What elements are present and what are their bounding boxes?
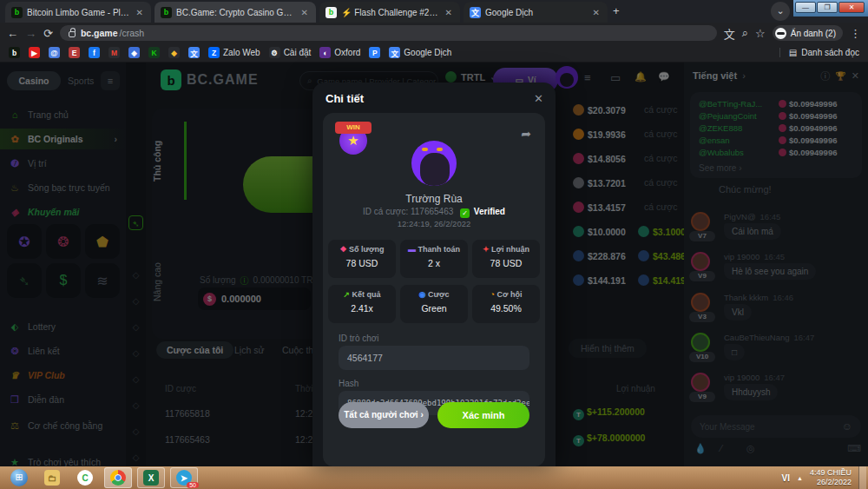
system-tray: VI ▲ 4:49 CHIỀU 26/2/2022: [782, 466, 868, 489]
tray-expand-icon[interactable]: ▲: [797, 475, 803, 481]
hash-label: Hash: [339, 379, 358, 388]
translate-icon: 文: [389, 47, 400, 58]
bookmark-item[interactable]: K: [148, 47, 160, 58]
taskbar: ⊞ 🗀 C X ➤50 VI ▲ 4:49 CHIỀU 26/2/2022: [0, 466, 868, 489]
chance-icon: ◔: [490, 290, 495, 299]
tab-limbo[interactable]: b Bitcoin Limbo Game - Play Limbo ✕: [5, 2, 151, 23]
windows-start-icon: ⊞: [10, 469, 28, 486]
verify-button[interactable]: Xác minh: [437, 402, 529, 428]
taskbar-excel[interactable]: X: [137, 467, 165, 488]
coccoc-icon: C: [77, 470, 93, 486]
bookmark-item[interactable]: ◈: [128, 47, 140, 58]
taskbar-chrome[interactable]: [104, 467, 132, 488]
bookmark-item-oxford[interactable]: ◐Oxford: [319, 47, 360, 58]
incognito-badge[interactable]: Ẩn danh (2): [773, 25, 843, 41]
clock-date: 26/2/2022: [810, 478, 852, 487]
bookmark-item-google-dich[interactable]: 文Google Dịch: [389, 47, 451, 58]
bookmark-label: Google Dịch: [404, 48, 451, 57]
bookmark-item[interactable]: M: [108, 47, 120, 58]
incognito-label: Ẩn danh (2): [791, 29, 836, 38]
tab-title: Bitcoin Limbo Game - Play Limbo: [27, 8, 130, 17]
bookmark-item[interactable]: b: [9, 47, 20, 58]
clock-time: 4:49 CHIỀU: [810, 468, 852, 478]
bookmark-icon: M: [108, 47, 120, 58]
bookmark-label: Cài đặt: [284, 48, 312, 57]
win-ribbon: WIN: [335, 122, 372, 134]
bookmark-item[interactable]: ▶: [29, 47, 40, 58]
url-input[interactable]: bc.game/crash: [60, 25, 717, 41]
address-bar: ← → ⟳ bc.game/crash 文 ⌕ ☆ Ẩn danh (2) ⋮: [0, 23, 868, 43]
bookmark-icon: K: [148, 47, 160, 58]
zalo-icon: Z: [208, 47, 220, 58]
game-id-field[interactable]: 4564177: [339, 346, 529, 370]
reading-list-icon: ▤: [789, 48, 797, 57]
start-button[interactable]: ⊞: [5, 467, 33, 488]
tab-favicon: b: [11, 7, 23, 18]
taskbar-clock[interactable]: 4:49 CHIỀU 26/2/2022: [810, 468, 852, 487]
bookmark-label: Zalo Web: [223, 48, 260, 57]
new-tab-button[interactable]: +: [613, 4, 620, 17]
bookmark-star-icon[interactable]: ☆: [755, 27, 766, 40]
stat-amount: ❖ Số lượng 78 USD: [328, 240, 396, 278]
bookmarks-bar: b ▶ @ E f M ◈ K ◆ 文 ZZalo Web ⚙Cài đặt ◐…: [0, 43, 868, 63]
translate-icon[interactable]: 文: [724, 25, 735, 42]
menu-dots-icon[interactable]: ⋮: [850, 27, 861, 40]
tab-favicon: 文: [470, 7, 481, 18]
reload-icon[interactable]: ⟳: [43, 27, 53, 40]
share-icon[interactable]: ➦: [521, 127, 531, 141]
bookmark-item-settings[interactable]: ⚙Cài đặt: [269, 47, 312, 58]
bookmark-item[interactable]: E: [69, 47, 80, 58]
show-desktop-button[interactable]: [858, 466, 866, 489]
bet-id-value: 117665463: [411, 207, 453, 216]
url-path: /crash: [120, 28, 145, 38]
bookmark-icon: ◈: [128, 47, 140, 58]
bookmark-icon: E: [69, 47, 80, 58]
modal-close-icon[interactable]: ✕: [534, 92, 543, 105]
bookmark-item[interactable]: ◆: [168, 47, 180, 58]
tab-favicon: b: [326, 7, 337, 18]
taskbar-explorer[interactable]: 🗀: [38, 467, 66, 488]
game-id-label: ID trò chơi: [339, 334, 379, 343]
forward-icon[interactable]: →: [25, 27, 36, 40]
tab-flash-challenge[interactable]: b ⚡ Flash Challenge #2 ⚡ - Flash Ch ✕: [319, 2, 460, 23]
stat-bet: ◉ Cược Green: [400, 285, 468, 323]
bookmark-item-zalo[interactable]: ZZalo Web: [208, 47, 260, 58]
verified-label: Verified: [474, 207, 505, 216]
bookmark-icon: ▶: [29, 47, 40, 58]
maximize-button[interactable]: ❐: [817, 2, 838, 13]
tab-close-icon[interactable]: ✕: [591, 8, 602, 17]
oxford-icon: ◐: [319, 47, 331, 58]
taskbar-coccoc[interactable]: C: [71, 467, 99, 488]
excel-icon: X: [143, 470, 159, 486]
close-window-button[interactable]: ✕: [838, 2, 865, 13]
player-name: Trường Rùa: [323, 193, 545, 205]
tab-google-dich[interactable]: 文 Google Dịch ✕: [464, 2, 608, 23]
back-icon[interactable]: ←: [7, 27, 18, 40]
payout-icon: ▬: [408, 245, 416, 254]
bookmark-item[interactable]: @: [49, 47, 60, 58]
reading-list-button[interactable]: ▤Danh sách đọc: [779, 48, 859, 57]
tab-close-icon[interactable]: ✕: [299, 8, 310, 17]
result-icon: ↗: [343, 290, 350, 299]
language-indicator[interactable]: VI: [782, 473, 790, 483]
player-avatar[interactable]: [411, 141, 457, 186]
minimize-button[interactable]: —: [795, 2, 816, 13]
zoom-icon[interactable]: ⌕: [742, 26, 748, 40]
bet-timestamp: 12:24:19, 26/2/2022: [323, 219, 545, 228]
taskbar-telegram[interactable]: ➤50: [170, 467, 198, 488]
bookmark-item[interactable]: f: [89, 47, 100, 58]
tab-close-icon[interactable]: ✕: [135, 8, 145, 17]
tab-title: ⚡ Flash Challenge #2 ⚡ - Flash Ch: [341, 8, 439, 17]
tab-close-icon[interactable]: ✕: [444, 8, 454, 17]
modal-title: Chi tiết: [326, 92, 364, 105]
stat-result: ↗ Kết quả 2.41x: [328, 285, 396, 323]
bookmark-icon: 文: [188, 47, 200, 58]
bookmark-item[interactable]: 文: [188, 47, 200, 58]
bet-id-row: ID cá cược: 117665463 ✓ Verified: [323, 207, 545, 218]
tab-strip: b Bitcoin Limbo Game - Play Limbo ✕ b BC…: [0, 0, 868, 23]
tab-search-chevron-icon[interactable]: ⌄: [771, 2, 790, 21]
all-players-button[interactable]: Tất cả người chơi ›: [339, 402, 429, 428]
tab-bcgame-active[interactable]: b BC.Game: Crypto Casino Games ✕: [155, 2, 316, 23]
bookmark-item[interactable]: P: [369, 47, 380, 58]
tab-favicon: b: [161, 7, 172, 18]
